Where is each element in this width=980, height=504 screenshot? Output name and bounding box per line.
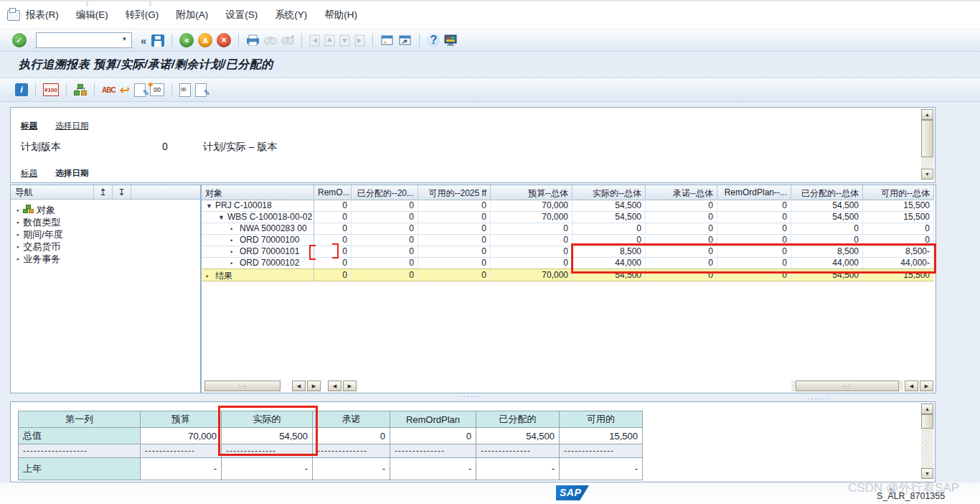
value-cell[interactable]: 0 bbox=[717, 257, 791, 269]
value-cell[interactable]: 0 bbox=[646, 257, 717, 269]
value-cell[interactable]: 0 bbox=[418, 200, 491, 211]
next-page-icon[interactable] bbox=[339, 34, 350, 47]
scroll-down-icon[interactable]: ▼ bbox=[921, 169, 933, 179]
nav-item-1[interactable]: ▪数值类型 bbox=[17, 216, 63, 228]
enter-button[interactable]: ✓ bbox=[12, 33, 27, 47]
collapse-toolbar-icon[interactable]: « bbox=[141, 34, 146, 47]
value-cell[interactable]: 0 bbox=[352, 234, 418, 246]
row-object-cell[interactable]: •ORD 70000102 bbox=[202, 257, 314, 269]
value-cell[interactable]: 0 bbox=[314, 234, 352, 246]
value-cell[interactable]: 0 bbox=[791, 234, 863, 246]
value-cell[interactable]: 0 bbox=[573, 223, 646, 234]
value-cell[interactable]: 0 bbox=[352, 246, 418, 257]
row-object-cell[interactable]: •ORD 70000101 bbox=[202, 246, 314, 257]
change-document-icon[interactable]: ✎ bbox=[195, 83, 207, 97]
splitter-grip[interactable]: ⋅⋅⋅⋅⋅⋅ bbox=[459, 395, 481, 399]
value-cell[interactable]: 0 bbox=[491, 257, 573, 269]
row-object-cell[interactable]: •结果 bbox=[202, 269, 314, 281]
expand-icon[interactable]: ▼ bbox=[206, 202, 215, 210]
row-object-cell[interactable]: •ORD 70000100 bbox=[202, 234, 314, 246]
value-cell[interactable]: 0 bbox=[418, 234, 491, 246]
column-header-6[interactable]: 承诺--总体 bbox=[646, 185, 717, 200]
scroll-right-icon[interactable]: ▶ bbox=[920, 381, 933, 391]
summary-vertical-scrollbar[interactable]: ▲ ▼ bbox=[921, 403, 933, 479]
value-cell[interactable]: 70,000 bbox=[491, 269, 573, 281]
scroll-right-icon[interactable]: ▶ bbox=[307, 381, 321, 391]
value-cell[interactable]: 0 bbox=[352, 223, 418, 234]
edit-report-icon[interactable]: ✎ bbox=[134, 83, 146, 97]
column-header-9[interactable]: 可用的--总体 bbox=[863, 185, 934, 200]
find-next-icon[interactable] bbox=[281, 35, 294, 45]
value-cell[interactable]: 0 bbox=[717, 211, 791, 223]
column-header-0[interactable]: 对象 bbox=[202, 185, 314, 200]
column-header-1[interactable]: RemO... bbox=[314, 185, 352, 200]
value-cell[interactable]: 0 bbox=[314, 211, 352, 223]
header-vertical-scrollbar[interactable]: ▲ ▼ bbox=[921, 109, 933, 179]
table-row-4[interactable]: •ORD 7000010100008,500008,5008,500- bbox=[202, 246, 934, 258]
back-button[interactable]: « bbox=[179, 33, 194, 47]
value-cell[interactable]: 0 bbox=[418, 257, 491, 269]
value-cell[interactable]: 70,000 bbox=[491, 211, 573, 223]
first-page-icon[interactable] bbox=[309, 34, 320, 47]
value-cell[interactable]: 0 bbox=[418, 269, 491, 281]
customize-layout-icon[interactable] bbox=[444, 34, 458, 47]
value-cell[interactable]: 54,500 bbox=[573, 200, 646, 211]
value-cell[interactable]: 0 bbox=[646, 269, 717, 281]
window-menu-icon[interactable] bbox=[7, 10, 20, 21]
menu-item-5[interactable]: 系统(Y) bbox=[275, 9, 307, 22]
column-header-5[interactable]: 实际的--总体 bbox=[573, 185, 646, 200]
table-row-0[interactable]: ▼PRJ C-10001800070,00054,5000054,50015,5… bbox=[202, 200, 934, 212]
command-field[interactable]: ▼ bbox=[36, 32, 132, 48]
scroll-down-icon[interactable]: ▼ bbox=[921, 468, 933, 479]
value-cell[interactable]: 15,500 bbox=[863, 211, 934, 223]
value-cell[interactable]: 0 bbox=[314, 257, 352, 269]
cancel-button[interactable]: × bbox=[217, 33, 231, 47]
scrollbar-thumb[interactable] bbox=[921, 414, 933, 429]
value-cell[interactable]: 0 bbox=[491, 246, 573, 257]
expand-icon[interactable]: ▼ bbox=[218, 214, 227, 221]
hierarchy-icon[interactable] bbox=[74, 84, 87, 95]
value-cell[interactable]: 0 bbox=[573, 234, 646, 246]
value-cell[interactable]: 54,500 bbox=[573, 269, 646, 281]
data-hscrollbar-thumb[interactable]: ∴∴ bbox=[796, 381, 899, 391]
value-cell[interactable]: 54,500 bbox=[791, 200, 863, 211]
table-row-result[interactable]: •结果00070,00054,5000054,50015,500 bbox=[202, 269, 934, 281]
value-cell[interactable]: 70,000 bbox=[491, 200, 573, 211]
column-header-4[interactable]: 预算--总体 bbox=[491, 185, 573, 200]
value-cell[interactable]: 0 bbox=[646, 223, 717, 234]
nav-item-2[interactable]: ▪期间/年度 bbox=[17, 228, 63, 241]
call-up-report-icon[interactable]: ↩ bbox=[120, 83, 130, 98]
save-icon[interactable] bbox=[151, 34, 164, 47]
number-format-icon[interactable]: 00 bbox=[150, 83, 164, 96]
value-cell[interactable]: 0 bbox=[491, 223, 573, 234]
value-cell[interactable]: 15,500 bbox=[863, 269, 934, 281]
value-cell[interactable]: 0 bbox=[863, 223, 934, 234]
header-tab-title[interactable]: 标题 bbox=[21, 121, 37, 130]
new-session-icon[interactable] bbox=[380, 34, 394, 46]
info-icon[interactable]: i bbox=[15, 83, 28, 96]
scroll-left-icon[interactable]: ◀ bbox=[292, 381, 306, 391]
table-row-2[interactable]: •NWA 5000283 00000000000 bbox=[202, 223, 934, 235]
value-cell[interactable]: 0 bbox=[717, 200, 791, 211]
row-object-cell[interactable]: ▼WBS C-100018-00-02 bbox=[202, 211, 314, 223]
value-cell[interactable]: 0 bbox=[314, 246, 352, 257]
value-cell[interactable]: 0 bbox=[418, 223, 491, 234]
menu-item-1[interactable]: 编辑(E) bbox=[76, 9, 108, 22]
value-cell[interactable]: 0 bbox=[418, 211, 491, 223]
value-cell[interactable]: 0 bbox=[646, 246, 717, 257]
column-header-7[interactable]: RemOrdPlan--... bbox=[717, 185, 791, 200]
menu-item-2[interactable]: 转到(G) bbox=[126, 9, 159, 22]
value-cell[interactable]: 0 bbox=[717, 246, 791, 257]
previous-page-icon[interactable] bbox=[324, 34, 335, 47]
lead-hscrollbar-thumb[interactable]: ∴∴ bbox=[204, 381, 281, 391]
value-cell[interactable]: 8,500 bbox=[791, 246, 863, 257]
scroll-left-icon[interactable]: ◀ bbox=[328, 381, 341, 391]
column-header-8[interactable]: 已分配的--总体 bbox=[791, 185, 863, 200]
scroll-up-icon[interactable]: ▲ bbox=[921, 109, 933, 120]
last-page-icon[interactable] bbox=[354, 34, 365, 47]
nav-item-4[interactable]: ▪业务事务 bbox=[17, 253, 63, 265]
menu-item-6[interactable]: 帮助(H) bbox=[324, 9, 357, 22]
header-tab-select-date[interactable]: 选择日期 bbox=[55, 121, 88, 130]
value-cell[interactable]: 0 bbox=[352, 200, 418, 211]
value-cell[interactable]: 54,500 bbox=[573, 211, 646, 223]
